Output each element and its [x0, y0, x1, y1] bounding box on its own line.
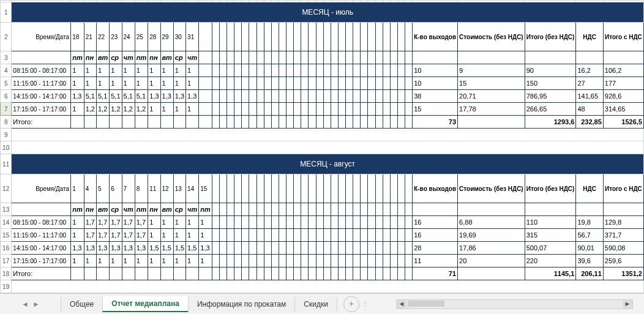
cell[interactable]	[301, 23, 309, 51]
value-cell[interactable]: 1,3	[96, 242, 109, 255]
cell[interactable]	[368, 103, 375, 116]
cell[interactable]	[256, 267, 264, 280]
cell[interactable]	[212, 203, 219, 216]
cell[interactable]	[397, 90, 405, 103]
summary-cell[interactable]: 220	[525, 255, 576, 267]
row-header[interactable]: 8	[1, 116, 12, 129]
cell[interactable]	[361, 64, 368, 77]
row-header[interactable]: 2	[1, 23, 12, 51]
cell[interactable]	[309, 174, 316, 203]
cell[interactable]	[368, 51, 375, 64]
cell[interactable]	[271, 23, 279, 51]
cell[interactable]	[249, 90, 256, 103]
horizontal-scrollbar[interactable]: ◄ ►	[396, 299, 633, 309]
cell[interactable]	[309, 216, 316, 229]
value-cell[interactable]: 1	[173, 64, 185, 77]
cell[interactable]	[199, 103, 212, 116]
value-cell[interactable]: 1	[84, 77, 96, 90]
cell[interactable]	[316, 242, 323, 255]
cell[interactable]	[249, 116, 256, 129]
cell[interactable]	[346, 90, 353, 103]
cell[interactable]	[256, 103, 264, 116]
cell[interactable]	[264, 174, 271, 203]
cell[interactable]	[576, 203, 603, 216]
cell[interactable]	[368, 23, 375, 51]
value-cell[interactable]: 1	[148, 255, 160, 267]
cell[interactable]	[338, 23, 345, 51]
cell[interactable]	[383, 242, 390, 255]
value-cell[interactable]: 1,7	[122, 216, 135, 229]
cell[interactable]	[212, 242, 219, 255]
cell[interactable]	[71, 267, 84, 280]
summary-cell[interactable]: 15	[458, 77, 525, 90]
summary-cell[interactable]: 129,8	[603, 216, 643, 229]
cell[interactable]	[242, 174, 249, 203]
cell[interactable]	[294, 216, 301, 229]
cell[interactable]	[338, 90, 345, 103]
sheet-tab-2[interactable]: Информация по прокатам	[188, 297, 295, 312]
summary-cell[interactable]: 177	[603, 77, 643, 90]
cell[interactable]	[458, 116, 525, 129]
cell[interactable]	[353, 242, 361, 255]
cell[interactable]	[383, 77, 390, 90]
cell[interactable]	[390, 229, 397, 242]
value-cell[interactable]: 1	[148, 229, 160, 242]
cell[interactable]	[294, 255, 301, 267]
row-header[interactable]: 11	[1, 154, 12, 174]
cell[interactable]	[397, 64, 405, 77]
cell[interactable]	[353, 23, 361, 51]
cell[interactable]	[353, 77, 361, 90]
summary-cell[interactable]: 48	[576, 103, 603, 116]
cell[interactable]	[199, 116, 212, 129]
cell[interactable]	[338, 229, 345, 242]
cell[interactable]	[227, 174, 234, 203]
cell[interactable]	[390, 267, 397, 280]
cell[interactable]	[234, 203, 242, 216]
cell[interactable]	[212, 77, 219, 90]
cell[interactable]	[110, 267, 122, 280]
cell[interactable]	[331, 77, 338, 90]
cell[interactable]	[309, 103, 316, 116]
cell[interactable]	[397, 267, 405, 280]
value-cell[interactable]: 1,3	[186, 90, 199, 103]
cell[interactable]	[212, 23, 219, 51]
cell[interactable]	[383, 116, 390, 129]
value-cell[interactable]: 1,7	[96, 216, 109, 229]
cell[interactable]	[361, 267, 368, 280]
value-cell[interactable]: 1,7	[84, 216, 96, 229]
cell[interactable]	[323, 64, 331, 77]
cell[interactable]	[294, 77, 301, 90]
summary-cell[interactable]: 10	[413, 77, 458, 90]
cell[interactable]	[286, 77, 294, 90]
cell[interactable]	[390, 255, 397, 267]
cell[interactable]	[271, 267, 279, 280]
cell[interactable]	[110, 116, 122, 129]
cell[interactable]	[227, 51, 234, 64]
cell[interactable]	[249, 103, 256, 116]
cell[interactable]	[301, 90, 309, 103]
value-cell[interactable]: 1	[160, 255, 173, 267]
tab-nav-next-icon[interactable]: ►	[32, 300, 40, 308]
cell[interactable]	[227, 64, 234, 77]
cell[interactable]	[234, 90, 242, 103]
cell[interactable]	[346, 229, 353, 242]
row-header[interactable]: 14	[1, 216, 12, 229]
cell[interactable]	[242, 77, 249, 90]
value-cell[interactable]: 1	[173, 216, 185, 229]
cell[interactable]	[271, 90, 279, 103]
cell[interactable]	[219, 90, 227, 103]
summary-cell[interactable]: 110	[525, 216, 576, 229]
cell[interactable]	[242, 103, 249, 116]
cell[interactable]	[279, 64, 286, 77]
summary-cell[interactable]: 150	[525, 77, 576, 90]
cell[interactable]	[227, 103, 234, 116]
cell[interactable]	[405, 216, 413, 229]
summary-cell[interactable]: 590,08	[603, 242, 643, 255]
value-cell[interactable]: 1,7	[135, 229, 148, 242]
cell[interactable]	[361, 23, 368, 51]
cell[interactable]	[338, 174, 345, 203]
cell[interactable]	[405, 174, 413, 203]
cell[interactable]	[212, 103, 219, 116]
sheet-tab-3[interactable]: Скидки	[294, 297, 337, 312]
cell[interactable]	[309, 255, 316, 267]
